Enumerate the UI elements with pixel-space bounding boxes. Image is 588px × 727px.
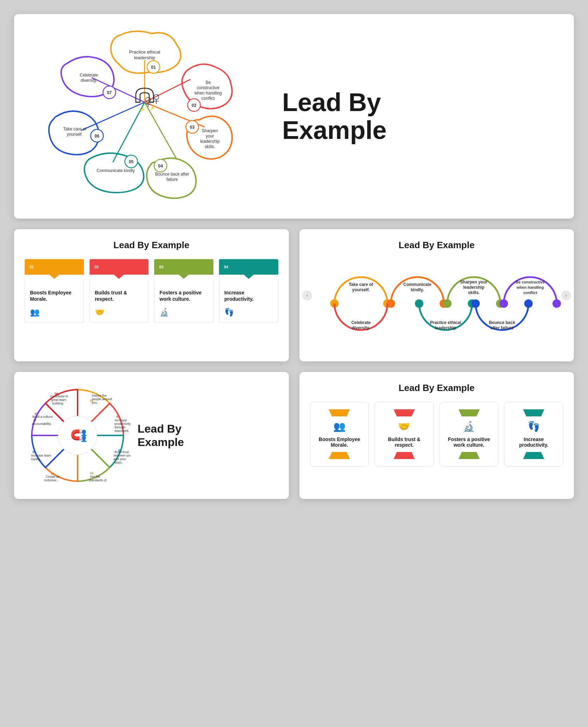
shape-card-4: 👣 Increase productivity. — [504, 402, 563, 466]
svg-marker-117 — [523, 409, 544, 416]
svg-text:when handling: when handling — [194, 91, 222, 96]
svg-text:teamwork.: teamwork. — [115, 429, 129, 433]
top-accent-3 — [459, 409, 480, 416]
svg-text:01: 01 — [151, 65, 156, 70]
svg-text:02: 02 — [192, 103, 196, 108]
banner-item-1: 01 Boosts Employee Morale. 👥 — [25, 259, 84, 322]
banner-icon-1: 👥 — [30, 308, 79, 317]
svg-text:constructive: constructive — [197, 85, 219, 90]
bot-accent-4 — [523, 452, 544, 459]
banner-num-4: 04 — [224, 265, 228, 269]
slide1-title: Lead By Example — [254, 88, 553, 144]
top-accent-1 — [329, 409, 350, 416]
svg-text:Celebrate: Celebrate — [80, 73, 98, 78]
svg-text:building.: building. — [52, 402, 64, 405]
svg-text:Bounce back: Bounce back — [489, 320, 515, 325]
svg-text:05: 05 — [129, 159, 134, 164]
svg-text:02: 02 — [116, 415, 120, 419]
banner-header-3: 03 — [154, 259, 213, 275]
banner-body-1: Boosts Employee Morale. 👥 — [25, 279, 84, 322]
svg-text:leadership: leadership — [435, 325, 456, 330]
svg-text:after failure: after failure — [490, 325, 514, 330]
svg-text:Be constructive: Be constructive — [515, 280, 545, 284]
bottom-grid: Lead By Example 01 Boosts Employee Moral… — [14, 229, 574, 499]
svg-text:you.: you. — [92, 401, 98, 404]
banner-icon-3: 🔬 — [159, 308, 208, 317]
svg-text:Take care of: Take care of — [63, 127, 86, 132]
slide3-title: Lead By Example — [310, 240, 564, 251]
svg-text:leadership: leadership — [463, 285, 484, 290]
prev-button[interactable]: ‹ — [302, 291, 312, 300]
slide2-title: Lead By Example — [25, 240, 278, 251]
svg-point-73 — [524, 299, 533, 308]
svg-marker-115 — [459, 409, 480, 416]
svg-text:between you: between you — [114, 454, 131, 457]
banner-num-2: 02 — [95, 265, 99, 269]
svg-text:Increase: Increase — [115, 419, 127, 422]
svg-text:07: 07 — [35, 412, 38, 416]
svg-text:04: 04 — [90, 471, 93, 475]
slide4-svg: 01 Inspire the people around you. Increa… — [25, 383, 131, 488]
banner-item-4: 04 Increase productivity. 👣 — [219, 259, 278, 322]
card-text-3: Fosters a positive work culture. — [445, 436, 493, 448]
svg-text:when handling: when handling — [516, 285, 544, 289]
svg-marker-111 — [329, 409, 350, 416]
svg-text:accountability.: accountability. — [32, 422, 51, 426]
svg-text:failure: failure — [166, 177, 178, 182]
banner-body-2: Builds trust & respect. 🤝 — [90, 279, 149, 322]
svg-text:Build trust: Build trust — [115, 450, 129, 454]
svg-text:inclusive...: inclusive... — [44, 478, 59, 482]
svg-text:Sharpen: Sharpen — [202, 128, 218, 133]
top-accent-4 — [523, 409, 544, 416]
banner-body-4: Increase productivity. 👣 — [219, 279, 278, 322]
svg-text:08: 08 — [55, 392, 58, 396]
slide2: Lead By Example 01 Boosts Employee Moral… — [14, 229, 289, 361]
slide1-svg: Practice ethical leadership 01 Be constr… — [35, 25, 254, 208]
icon-1: 👥 — [333, 421, 346, 432]
shape-card-1: 👥 Boosts Employee Morale. — [310, 402, 369, 466]
svg-text:05: 05 — [51, 472, 55, 476]
svg-text:03: 03 — [190, 125, 195, 130]
svg-text:⚡: ⚡ — [139, 106, 146, 112]
svg-text:Be: Be — [206, 80, 211, 85]
svg-text:Practice ethical: Practice ethical — [129, 49, 160, 55]
banner-num-3: 03 — [159, 265, 163, 269]
shape-cards-row: 👥 Boosts Employee Morale. 🤝 Builds trust… — [310, 402, 564, 466]
banner-text-1: Boosts Employee Morale. — [30, 289, 79, 302]
banner-row: 01 Boosts Employee Morale. 👥 02 Buil — [25, 259, 278, 322]
svg-marker-113 — [394, 409, 415, 416]
svg-text:kindly.: kindly. — [411, 287, 424, 292]
svg-point-72 — [471, 299, 480, 308]
svg-text:Contribute to: Contribute to — [50, 395, 68, 398]
svg-text:👤: 👤 — [80, 429, 87, 436]
svg-point-56 — [443, 299, 451, 308]
bot-accent-3 — [459, 452, 480, 459]
svg-text:standards of: standards of — [89, 478, 107, 482]
banner-item-3: 03 Fosters a positive work culture. 🔬 — [154, 259, 213, 322]
page-container: Practice ethical leadership 01 Be constr… — [14, 14, 574, 499]
banner-icon-4: 👣 — [224, 308, 273, 317]
svg-text:great team: great team — [51, 398, 66, 402]
svg-marker-112 — [329, 452, 350, 459]
next-button[interactable]: › — [561, 291, 571, 300]
bot-accent-2 — [394, 452, 415, 459]
slide3: ‹ › Lead By Example Take care of yoursel… — [299, 229, 574, 361]
slide4-title-block: Lead By Example — [138, 422, 184, 449]
svg-text:Set the: Set the — [90, 475, 100, 478]
svg-marker-114 — [394, 452, 415, 459]
icon-3: 🔬 — [463, 421, 475, 432]
top-accent-2 — [394, 409, 415, 416]
banner-text-4: Increase productivity. — [224, 289, 273, 302]
icon-4: 👣 — [528, 421, 540, 432]
banner-num-1: 01 — [30, 265, 34, 269]
svg-marker-116 — [459, 452, 480, 459]
svg-line-3 — [145, 102, 176, 159]
svg-text:Celebrate: Celebrate — [351, 320, 370, 325]
slide1: Practice ethical leadership 01 Be constr… — [14, 14, 574, 219]
svg-text:skills.: skills. — [468, 290, 479, 295]
svg-text:Communicate: Communicate — [403, 282, 431, 287]
svg-text:👤: 👤 — [80, 435, 87, 442]
svg-text:leadership: leadership — [200, 139, 220, 144]
svg-text:diversity.: diversity. — [81, 78, 97, 83]
svg-text:06: 06 — [32, 450, 36, 454]
